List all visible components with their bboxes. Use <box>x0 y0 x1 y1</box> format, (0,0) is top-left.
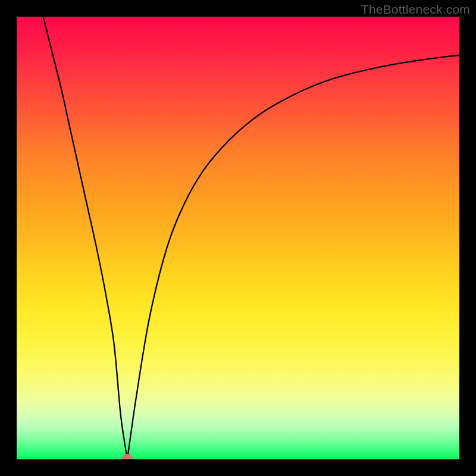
plot-area <box>17 17 459 459</box>
bottleneck-curve <box>43 17 459 459</box>
minimum-marker-icon <box>122 454 133 459</box>
watermark-text: TheBottleneck.com <box>361 2 470 17</box>
chart-frame: TheBottleneck.com <box>0 0 476 476</box>
curve-svg <box>17 17 459 459</box>
